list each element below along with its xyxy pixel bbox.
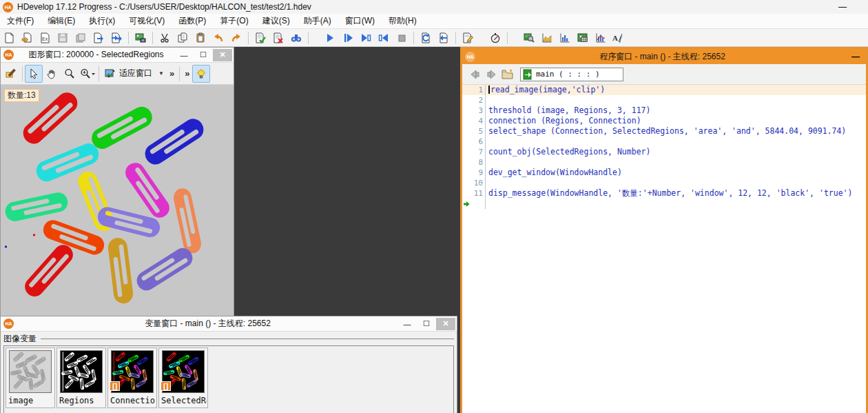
variable-window-title-bar[interactable]: HA 变量窗口 - main () - 主线程: 25652 — ☐ ✕ <box>1 316 457 332</box>
save-icon[interactable] <box>54 30 71 46</box>
program-minimize-button[interactable]: — <box>845 50 866 63</box>
mdi-area: HA 图形窗口: 200000 - SelectedRegions — ☐ ✕ … <box>0 47 868 413</box>
variable-minimize-button[interactable]: — <box>397 318 417 330</box>
graphics-window-title: 图形窗口: 200000 - SelectedRegions <box>18 49 174 61</box>
find-icon[interactable] <box>288 30 304 46</box>
undo-icon[interactable] <box>210 30 227 46</box>
procedure-folder-icon[interactable] <box>499 66 516 83</box>
paste-icon[interactable] <box>192 30 209 46</box>
menu-item[interactable]: 函数(P) <box>172 13 213 29</box>
zoom-in-tool-icon[interactable] <box>79 65 96 83</box>
breakpoint-gutter[interactable] <box>462 126 471 137</box>
toolbar-overflow-chevron[interactable]: » <box>167 68 177 79</box>
ocr-training-icon[interactable] <box>575 30 591 46</box>
procedure-combo[interactable]: main ( : : : ) <box>520 68 623 81</box>
window-minimize-button[interactable]: — <box>832 1 853 13</box>
menu-item[interactable]: 执行(x) <box>82 13 122 29</box>
cut-icon[interactable] <box>156 30 173 46</box>
menu-item[interactable]: 建议(S) <box>256 13 297 29</box>
reset-program-icon[interactable] <box>435 30 452 46</box>
breakpoint-gutter[interactable] <box>462 105 471 116</box>
copy-icon[interactable] <box>174 30 191 46</box>
code-line[interactable]: 11disp_message(WindowHandle, '数量:'+Numbe… <box>462 188 866 199</box>
toolbar-overflow-chevron-2[interactable]: » <box>182 68 192 79</box>
edit-code-icon[interactable] <box>459 30 476 46</box>
bulb-suggestions-icon[interactable] <box>192 65 210 83</box>
code-line[interactable]: 9dev_get_window(WindowHandle) <box>462 168 866 178</box>
code-text <box>486 137 488 147</box>
run-icon[interactable] <box>322 30 338 46</box>
graphics-canvas[interactable]: 数量:13 <box>1 85 234 318</box>
nav-forward-icon[interactable] <box>483 66 499 83</box>
code-line[interactable]: 7count_obj(SelectedRegions, Number) <box>462 147 866 157</box>
line-number: 9 <box>471 168 486 178</box>
step-over-icon[interactable] <box>340 30 356 46</box>
acquisition-assistant-icon[interactable] <box>132 30 149 46</box>
breakpoint-gutter[interactable] <box>462 157 471 168</box>
breakpoint-gutter[interactable] <box>462 188 471 199</box>
graphics-maximize-button[interactable]: ☐ <box>194 49 213 61</box>
menu-item[interactable]: 窗口(W) <box>338 13 382 29</box>
step-out-icon[interactable] <box>375 30 392 46</box>
code-editor[interactable]: 1read_image(image,'clip')23threshold (im… <box>462 85 866 413</box>
code-line[interactable]: 5select_shape (Connection, SelectedRegio… <box>462 126 866 137</box>
magnify-tool-icon[interactable] <box>61 65 79 83</box>
menu-item[interactable]: 帮助(H) <box>382 13 424 29</box>
reset-execution-icon[interactable] <box>417 30 434 46</box>
breakpoint-gutter[interactable] <box>462 137 471 147</box>
nav-back-icon[interactable] <box>466 66 483 83</box>
variable-tile-regions[interactable]: Regions <box>56 347 106 408</box>
open-example-icon[interactable]: Ex <box>37 30 53 46</box>
breakpoint-gutter[interactable] <box>462 168 471 178</box>
gray-profile-icon[interactable] <box>539 30 555 46</box>
code-line[interactable]: 4connection (Regions, Connection) <box>462 116 866 126</box>
fit-window-combo[interactable]: 适应窗口 ▼ <box>101 68 167 79</box>
menu-item[interactable]: 文件(F) <box>0 13 41 29</box>
breakpoint-gutter[interactable] <box>462 147 471 157</box>
test-ocr-icon[interactable]: Af <box>610 30 627 46</box>
fit-image-icon <box>104 68 116 79</box>
menu-item[interactable]: 编辑(E) <box>41 13 82 29</box>
variable-tile-connection[interactable]: [] Connectior <box>107 347 157 408</box>
zoom-window-icon[interactable] <box>521 30 537 46</box>
histogram-icon[interactable] <box>557 30 573 46</box>
deactivate-lines-icon[interactable] <box>270 30 287 46</box>
stop-icon[interactable] <box>393 30 410 46</box>
pan-tool-icon[interactable] <box>43 65 61 83</box>
load-program-icon[interactable] <box>90 30 107 46</box>
svg-text:A: A <box>612 34 618 42</box>
variable-close-button[interactable]: ✕ <box>436 318 455 330</box>
code-line[interactable]: 10 <box>462 178 866 188</box>
code-line[interactable]: 3threshold (image, Regions, 3, 117) <box>462 105 866 116</box>
breakpoint-gutter[interactable] <box>462 95 471 105</box>
menu-item[interactable]: 算子(O) <box>213 13 255 29</box>
code-line[interactable]: 6 <box>462 137 866 147</box>
save-all-icon[interactable] <box>72 30 89 46</box>
graphics-window-title-bar[interactable]: HA 图形窗口: 200000 - SelectedRegions — ☐ ✕ <box>1 48 234 63</box>
breakpoint-gutter[interactable] <box>462 178 471 188</box>
profiler-icon[interactable] <box>487 30 504 46</box>
activate-lines-icon[interactable] <box>252 30 269 46</box>
variable-tile-image[interactable]: image <box>6 347 55 408</box>
append-program-icon[interactable] <box>108 30 125 46</box>
graphics-minimize-button[interactable]: — <box>174 49 194 61</box>
breakpoint-gutter[interactable] <box>462 116 471 126</box>
breakpoint-gutter[interactable] <box>462 85 471 95</box>
feature-histogram-icon[interactable] <box>592 30 609 46</box>
open-file-icon[interactable] <box>19 30 35 46</box>
variable-maximize-button[interactable]: ☐ <box>417 318 436 330</box>
menu-item[interactable]: 助手(A) <box>297 13 338 29</box>
menu-item[interactable]: 可视化(V) <box>122 13 172 29</box>
redo-icon[interactable] <box>228 30 245 46</box>
step-into-icon[interactable] <box>358 30 374 46</box>
variable-tile-selectedregions[interactable]: [] SelectedRe <box>158 347 208 408</box>
program-window-title-bar[interactable]: HA 程序窗口 - main () - 主线程: 25652 — <box>462 49 866 64</box>
new-file-icon[interactable] <box>1 30 17 46</box>
code-text: select_shape (Connection, SelectedRegion… <box>486 126 846 137</box>
pointer-tool-icon[interactable] <box>25 65 43 83</box>
code-line[interactable]: 1read_image(image,'clip') <box>462 85 866 95</box>
code-line[interactable]: 8 <box>462 157 866 168</box>
graphics-close-button[interactable]: ✕ <box>213 49 232 61</box>
draw-parameters-icon[interactable] <box>2 65 20 83</box>
code-line[interactable]: 2 <box>462 95 866 105</box>
